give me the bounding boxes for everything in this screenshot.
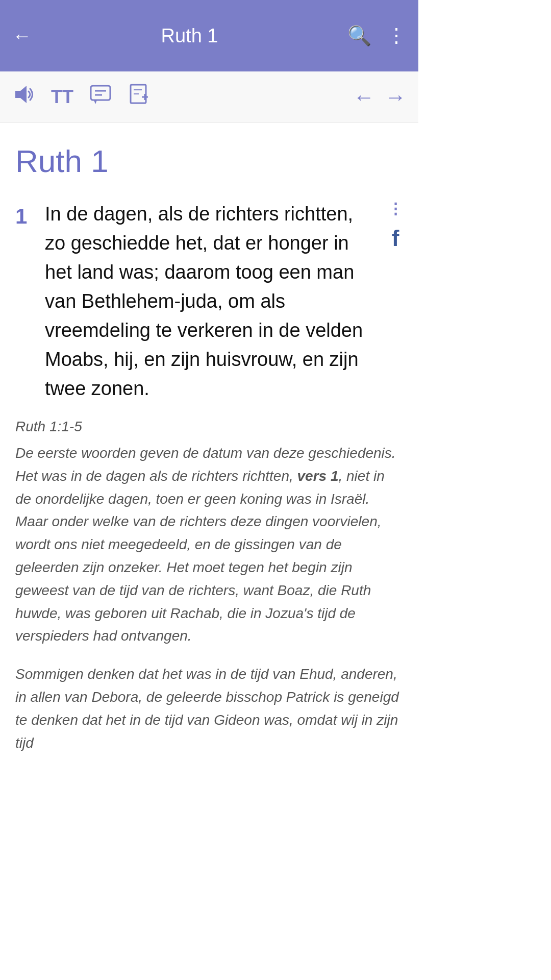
commentary-paragraph-1: De eerste woorden geven de datum van dez… <box>15 442 403 648</box>
verse-options-icon[interactable]: ⋮ <box>388 200 403 217</box>
next-chapter-icon[interactable]: → <box>385 85 406 109</box>
verse-1-text: In de dagen, als de richters richtten, z… <box>45 200 403 403</box>
verse-1-row: 1 In de dagen, als de richters richtten,… <box>15 200 403 403</box>
header-actions: 🔍 ⋮ <box>347 24 406 47</box>
chapter-title: Ruth 1 <box>15 143 403 179</box>
search-icon[interactable]: 🔍 <box>347 24 371 47</box>
reading-toolbar: TT ← → <box>0 71 418 122</box>
verse-1-container: 1 In de dagen, als de richters richtten,… <box>15 200 403 403</box>
commentary-paragraph-2: Sommigen denken dat het was in de tijd v… <box>15 663 403 754</box>
commentary-reference: Ruth 1:1-5 <box>15 419 403 435</box>
svg-rect-1 <box>91 86 110 100</box>
header-back-area[interactable]: ← <box>12 24 32 47</box>
toolbar-left-actions: TT <box>12 83 151 111</box>
more-options-icon[interactable]: ⋮ <box>387 24 406 47</box>
svg-marker-0 <box>15 86 27 103</box>
app-header: ← Ruth 1 🔍 ⋮ <box>0 0 418 71</box>
verse-1-number: 1 <box>15 202 36 232</box>
verse-1-actions: ⋮ f <box>388 200 403 251</box>
reading-content: Ruth 1 1 In de dagen, als de richters ri… <box>0 122 418 790</box>
svg-marker-4 <box>94 100 97 104</box>
header-title-area: Ruth 1 <box>32 25 347 47</box>
page-title: Ruth 1 <box>32 25 347 47</box>
facebook-share-icon[interactable]: f <box>392 226 399 251</box>
audio-icon[interactable] <box>12 83 36 111</box>
back-icon[interactable]: ← <box>12 24 32 47</box>
comment-icon[interactable] <box>89 83 112 111</box>
commentary-highlight: vers 1 <box>297 468 339 484</box>
font-size-icon[interactable]: TT <box>51 86 73 108</box>
bookmark-add-icon[interactable] <box>128 83 151 111</box>
prev-chapter-icon[interactable]: ← <box>353 85 374 109</box>
toolbar-right-nav: ← → <box>353 85 406 109</box>
